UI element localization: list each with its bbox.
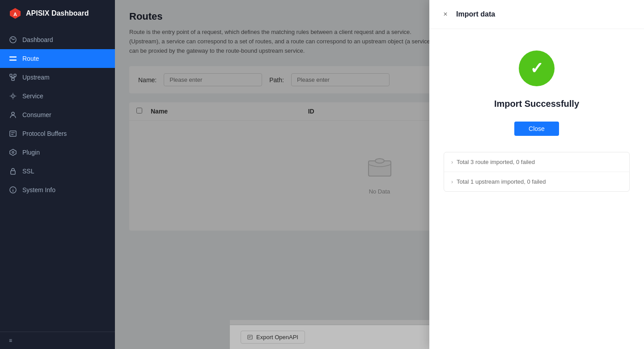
sidebar: A APISIX Dashboard Dashboard Route <box>0 0 115 349</box>
svg-point-11 <box>12 151 14 153</box>
sidebar-item-plugin[interactable]: Plugin <box>0 143 115 162</box>
result-item-routes: › Total 3 route imported, 0 failed <box>444 152 629 172</box>
result-upstream-text: Total 1 upstream imported, 0 failed <box>457 178 546 185</box>
import-success-text: Import Successfully <box>494 99 579 109</box>
sidebar-label-route: Route <box>22 55 39 62</box>
import-body: ✓ Import Successfully Close › Total 3 ro… <box>429 29 644 349</box>
svg-rect-7 <box>12 78 14 80</box>
apisix-logo: A <box>9 7 21 20</box>
import-header: × Import data <box>429 0 644 29</box>
svg-text:A: A <box>13 12 17 17</box>
import-panel: × Import data ✓ Import Successfully Clos… <box>429 0 644 349</box>
svg-rect-4 <box>9 59 17 61</box>
checkmark-icon: ✓ <box>530 59 543 78</box>
route-icon <box>9 55 17 63</box>
collapse-icon: ≡ <box>9 337 12 344</box>
main-area: Routes Route is the entry point of a req… <box>115 0 644 349</box>
sidebar-item-protocol-buffers[interactable]: Protocol Buffers <box>0 124 115 143</box>
sidebar-item-dashboard[interactable]: Dashboard <box>0 30 115 49</box>
info-icon <box>9 186 17 194</box>
sidebar-label-protocol: Protocol Buffers <box>22 130 67 137</box>
upstream-icon <box>9 73 17 81</box>
sidebar-header: A APISIX Dashboard <box>0 0 115 27</box>
chevron-right-icon-2: › <box>451 179 453 185</box>
sidebar-item-service[interactable]: Service <box>0 87 115 105</box>
sidebar-label-upstream: Upstream <box>22 74 50 81</box>
sidebar-label-plugin: Plugin <box>22 149 40 156</box>
sidebar-label-consumer: Consumer <box>22 111 51 118</box>
svg-rect-10 <box>10 131 16 136</box>
svg-rect-3 <box>9 56 17 58</box>
sidebar-item-route[interactable]: Route <box>0 49 115 68</box>
chevron-right-icon: › <box>451 159 453 165</box>
ssl-icon <box>9 167 17 175</box>
protocol-icon <box>9 130 17 138</box>
plugin-icon <box>9 148 17 156</box>
svg-rect-6 <box>14 74 16 76</box>
sidebar-item-system-info[interactable]: System Info <box>0 181 115 199</box>
sidebar-collapse-button[interactable]: ≡ <box>0 332 115 349</box>
result-item-upstream: › Total 1 upstream imported, 0 failed <box>444 172 629 191</box>
success-circle: ✓ <box>519 50 555 86</box>
sidebar-label-dashboard: Dashboard <box>22 36 53 43</box>
consumer-icon <box>9 111 17 119</box>
sidebar-item-consumer[interactable]: Consumer <box>0 105 115 124</box>
svg-point-8 <box>12 95 14 97</box>
sidebar-label-ssl: SSL <box>22 168 34 175</box>
svg-point-9 <box>12 112 14 115</box>
import-panel-title: Import data <box>456 10 495 18</box>
dashboard-icon <box>9 36 17 44</box>
result-routes-text: Total 3 route imported, 0 failed <box>457 159 535 165</box>
app-title: APISIX Dashboard <box>26 9 89 17</box>
svg-rect-12 <box>11 171 15 174</box>
sidebar-item-ssl[interactable]: SSL <box>0 162 115 181</box>
svg-rect-5 <box>10 74 12 76</box>
service-icon <box>9 92 17 100</box>
close-button[interactable]: Close <box>514 122 559 136</box>
sidebar-nav: Dashboard Route Upstream S <box>0 27 115 332</box>
import-results: › Total 3 route imported, 0 failed › Tot… <box>444 152 630 192</box>
sidebar-item-upstream[interactable]: Upstream <box>0 68 115 87</box>
sidebar-label-service: Service <box>22 93 43 100</box>
sidebar-label-system-info: System Info <box>22 186 55 193</box>
close-icon[interactable]: × <box>440 9 451 20</box>
